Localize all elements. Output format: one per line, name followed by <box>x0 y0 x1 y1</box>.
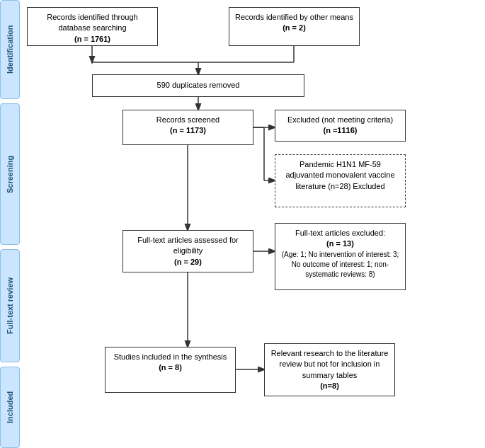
phase-included: Included <box>0 367 20 448</box>
fulltext-assessed-box: Full-text articles assessed for eligibil… <box>122 230 253 272</box>
relevant-research-title: Relevant research to the literature revi… <box>270 348 389 381</box>
duplicates-box: 590 duplicates removed <box>92 74 304 97</box>
synthesis-count: (n = 8) <box>111 362 229 373</box>
relevant-research-box: Relevant research to the literature revi… <box>264 343 395 396</box>
other-means-count: (n = 2) <box>235 23 353 33</box>
db-search-count: (n = 1761) <box>33 34 152 45</box>
db-search-box: Records identified through database sear… <box>27 7 158 46</box>
pandemic-excluded-box: Pandemic H1N1 MF-59 adjuvanted monovalen… <box>275 154 406 207</box>
fulltext-excluded-box: Full-text articles excluded: (n = 13) (A… <box>275 223 406 290</box>
prisma-diagram: Identification Screening Full-text revie… <box>0 0 485 448</box>
fulltext-excluded-count: (n = 13) <box>281 239 399 249</box>
other-means-title: Records identified by other means <box>235 12 353 23</box>
screened-box: Records screened (n = 1173) <box>122 110 253 145</box>
phase-screening: Screening <box>0 103 20 245</box>
flow-area: Records identified through database sear… <box>20 0 485 448</box>
fulltext-excluded-title: Full-text articles excluded: <box>281 228 399 239</box>
db-search-title: Records identified through database sear… <box>33 12 152 34</box>
other-means-box: Records identified by other means (n = 2… <box>229 7 360 46</box>
arrows-svg <box>20 0 485 448</box>
relevant-research-count: (n=8) <box>270 381 389 391</box>
fulltext-assessed-count: (n = 29) <box>129 257 247 268</box>
synthesis-title: Studies included in the synthesis <box>111 352 229 362</box>
sidebar: Identification Screening Full-text revie… <box>0 0 20 448</box>
excluded-criteria-box: Excluded (not meeting criteria) (n =1116… <box>275 110 406 142</box>
excluded-criteria-title: Excluded (not meeting criteria) <box>281 115 399 125</box>
pandemic-title: Pandemic H1N1 MF-59 adjuvanted monovalen… <box>281 159 399 192</box>
fulltext-excluded-detail: (Age: 1; No intervention of interest: 3;… <box>281 250 399 280</box>
duplicates-text: 590 duplicates removed <box>157 80 240 91</box>
excluded-criteria-count: (n =1116) <box>281 125 399 136</box>
screened-count: (n = 1173) <box>129 125 247 136</box>
synthesis-box: Studies included in the synthesis (n = 8… <box>105 347 236 393</box>
fulltext-assessed-title: Full-text articles assessed for eligibil… <box>129 235 247 257</box>
phase-identification: Identification <box>0 0 20 99</box>
phase-fulltext: Full-text review <box>0 249 20 362</box>
screened-title: Records screened <box>129 115 247 125</box>
